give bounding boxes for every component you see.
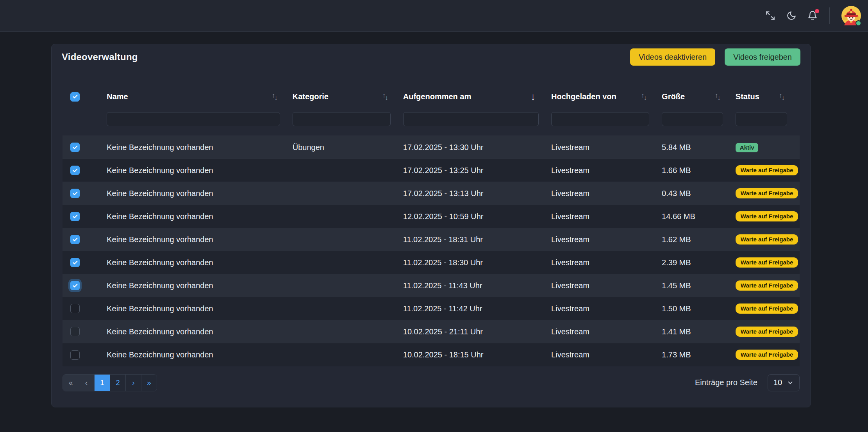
- cell-category: [293, 343, 403, 366]
- cell-size: 5.84 MB: [662, 136, 736, 159]
- column-header-kategorie[interactable]: Kategorie ↑↓: [293, 70, 403, 112]
- row-checkbox[interactable]: [70, 304, 80, 313]
- sort-updown-icon: ↑↓: [779, 93, 784, 101]
- top-navbar: [0, 0, 868, 32]
- row-checkbox[interactable]: [70, 327, 80, 336]
- cell-name: Keine Bezeichnung vorhanden: [107, 136, 293, 159]
- table-row: Keine Bezeichnung vorhanden 11.02.2025 -…: [63, 228, 800, 251]
- row-checkbox[interactable]: [70, 350, 80, 360]
- cell-recorded: 10.02.2025 - 18:15 Uhr: [403, 343, 551, 366]
- cell-size: 1.73 MB: [662, 343, 736, 366]
- row-checkbox[interactable]: [70, 189, 80, 198]
- page-size-select[interactable]: 10: [768, 374, 800, 391]
- pagination-last-button[interactable]: »: [141, 375, 157, 391]
- cell-size: 1.41 MB: [662, 320, 736, 343]
- status-badge: Aktiv: [736, 143, 759, 152]
- page-size-label: Einträge pro Seite: [695, 378, 757, 387]
- row-checkbox[interactable]: [70, 166, 80, 175]
- cell-recorded: 17.02.2025 - 13:30 Uhr: [403, 136, 551, 159]
- page-size-control: Einträge pro Seite 10: [695, 374, 800, 391]
- row-checkbox[interactable]: [70, 212, 80, 221]
- cell-name: Keine Bezeichnung vorhanden: [107, 251, 293, 274]
- cell-recorded: 17.02.2025 - 13:13 Uhr: [403, 182, 551, 205]
- cell-uploader: Livestream: [551, 297, 662, 320]
- table-wrapper: Name ↑↓ Kategorie ↑↓ Aufgenommen am: [52, 70, 811, 366]
- column-header-aufgenommen-am[interactable]: Aufgenommen am ↓: [403, 70, 551, 112]
- table-row: Keine Bezeichnung vorhanden 11.02.2025 -…: [63, 274, 800, 297]
- card-header: Videoverwaltung Videos deaktivieren Vide…: [52, 44, 811, 70]
- aufgenommen-filter-input[interactable]: [403, 112, 539, 126]
- cell-category: Übungen: [293, 136, 403, 159]
- cell-name: Keine Bezeichnung vorhanden: [107, 205, 293, 228]
- cell-uploader: Livestream: [551, 320, 662, 343]
- sort-updown-icon: ↑↓: [272, 93, 277, 101]
- cell-uploader: Livestream: [551, 136, 662, 159]
- cell-uploader: Livestream: [551, 228, 662, 251]
- cell-recorded: 11.02.2025 - 18:30 Uhr: [403, 251, 551, 274]
- column-header-groesse[interactable]: Größe ↑↓: [662, 70, 736, 112]
- deactivate-videos-button[interactable]: Videos deaktivieren: [630, 48, 715, 66]
- fullscreen-icon[interactable]: [765, 11, 775, 21]
- status-badge: Warte auf Freigabe: [736, 188, 798, 198]
- row-checkbox[interactable]: [70, 143, 80, 152]
- sort-updown-icon: ↑↓: [641, 93, 646, 101]
- kategorie-filter-input[interactable]: [293, 112, 391, 126]
- cell-category: [293, 297, 403, 320]
- pagination-next-button[interactable]: ›: [125, 375, 141, 391]
- name-filter-input[interactable]: [107, 112, 280, 126]
- cell-category: [293, 274, 403, 297]
- row-checkbox[interactable]: [70, 235, 80, 244]
- status-badge: Warte auf Freigabe: [736, 234, 798, 245]
- cell-name: Keine Bezeichnung vorhanden: [107, 343, 293, 366]
- cell-size: 1.45 MB: [662, 274, 736, 297]
- status-filter-input[interactable]: [736, 112, 787, 126]
- cell-size: 1.66 MB: [662, 159, 736, 182]
- cell-size: 2.39 MB: [662, 251, 736, 274]
- cell-uploader: Livestream: [551, 274, 662, 297]
- pagination-page-2-button[interactable]: 2: [110, 375, 125, 391]
- status-badge: Warte auf Freigabe: [736, 211, 798, 221]
- table-row: Keine Bezeichnung vorhanden 11.02.2025 -…: [63, 297, 800, 320]
- column-header-hochgeladen-von[interactable]: Hochgeladen von ↑↓: [551, 70, 662, 112]
- chevron-down-icon: [787, 379, 794, 386]
- videos-table: Name ↑↓ Kategorie ↑↓ Aufgenommen am: [63, 70, 800, 366]
- cell-category: [293, 159, 403, 182]
- cell-name: Keine Bezeichnung vorhanden: [107, 228, 293, 251]
- status-badge: Warte auf Freigabe: [736, 280, 798, 291]
- groesse-filter-input[interactable]: [662, 112, 723, 126]
- user-avatar[interactable]: [841, 6, 861, 25]
- cell-category: [293, 228, 403, 251]
- video-management-card: Videoverwaltung Videos deaktivieren Vide…: [51, 44, 811, 407]
- row-checkbox[interactable]: [70, 281, 80, 290]
- cell-recorded: 10.02.2025 - 21:11 Uhr: [403, 320, 551, 343]
- sort-updown-icon: ↑↓: [715, 93, 720, 101]
- cell-recorded: 11.02.2025 - 11:43 Uhr: [403, 274, 551, 297]
- pagination-page-1-button[interactable]: 1: [94, 375, 110, 391]
- approve-videos-button[interactable]: Videos freigeben: [725, 48, 800, 66]
- pagination-prev-button[interactable]: ‹: [79, 375, 94, 391]
- row-checkbox[interactable]: [70, 258, 80, 267]
- pagination-first-button[interactable]: «: [63, 375, 79, 391]
- cell-size: 1.50 MB: [662, 297, 736, 320]
- hochgeladen-filter-input[interactable]: [551, 112, 649, 126]
- cell-name: Keine Bezeichnung vorhanden: [107, 274, 293, 297]
- status-badge: Warte auf Freigabe: [736, 327, 798, 337]
- cell-uploader: Livestream: [551, 205, 662, 228]
- page-size-value: 10: [773, 378, 782, 387]
- column-header-name[interactable]: Name ↑↓: [107, 70, 293, 112]
- table-row: Keine Bezeichnung vorhanden 12.02.2025 -…: [63, 205, 800, 228]
- cell-name: Keine Bezeichnung vorhanden: [107, 320, 293, 343]
- column-header-status[interactable]: Status ↑↓: [736, 70, 800, 112]
- moon-icon[interactable]: [786, 11, 797, 21]
- cell-category: [293, 251, 403, 274]
- table-row: Keine Bezeichnung vorhanden Übungen 17.0…: [63, 136, 800, 159]
- bell-icon[interactable]: [807, 11, 818, 21]
- table-row: Keine Bezeichnung vorhanden 10.02.2025 -…: [63, 343, 800, 366]
- cell-recorded: 12.02.2025 - 10:59 Uhr: [403, 205, 551, 228]
- status-badge: Warte auf Freigabe: [736, 257, 798, 268]
- select-all-checkbox[interactable]: [70, 92, 80, 102]
- cell-recorded: 11.02.2025 - 18:31 Uhr: [403, 228, 551, 251]
- cell-size: 14.66 MB: [662, 205, 736, 228]
- header-actions: Videos deaktivieren Videos freigeben: [630, 48, 800, 66]
- card-footer: « ‹ 1 2 › » Einträge pro Seite 10: [52, 366, 811, 391]
